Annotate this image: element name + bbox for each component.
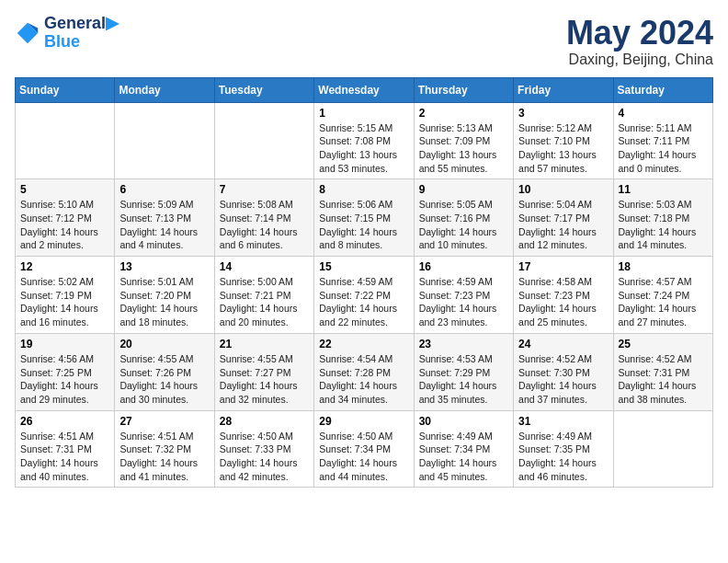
day-number: 9 (419, 183, 508, 196)
calendar-cell: 4Sunrise: 5:11 AM Sunset: 7:11 PM Daylig… (613, 102, 712, 179)
calendar-header: SundayMondayTuesdayWednesdayThursdayFrid… (16, 77, 713, 102)
calendar-week: 12Sunrise: 5:02 AM Sunset: 7:19 PM Dayli… (16, 257, 713, 334)
day-number: 23 (419, 338, 508, 350)
calendar-cell: 11Sunrise: 5:03 AM Sunset: 7:18 PM Dayli… (613, 179, 712, 257)
calendar-cell: 10Sunrise: 5:04 AM Sunset: 7:17 PM Dayli… (514, 179, 613, 257)
day-info: Sunrise: 4:59 AM Sunset: 7:23 PM Dayligh… (419, 275, 508, 329)
day-info: Sunrise: 4:52 AM Sunset: 7:30 PM Dayligh… (518, 352, 608, 407)
calendar-cell: 23Sunrise: 4:53 AM Sunset: 7:29 PM Dayli… (414, 333, 513, 410)
weekday-header: Monday (115, 77, 214, 102)
calendar-cell: 16Sunrise: 4:59 AM Sunset: 7:23 PM Dayli… (414, 257, 513, 334)
calendar-cell: 19Sunrise: 4:56 AM Sunset: 7:25 PM Dayli… (16, 333, 115, 410)
day-info: Sunrise: 5:03 AM Sunset: 7:18 PM Dayligh… (619, 198, 708, 252)
day-number: 1 (319, 107, 408, 120)
day-number: 21 (220, 338, 309, 350)
calendar-cell: 21Sunrise: 4:55 AM Sunset: 7:27 PM Dayli… (214, 333, 313, 410)
calendar-cell: 6Sunrise: 5:09 AM Sunset: 7:13 PM Daylig… (115, 179, 214, 257)
svg-marker-0 (17, 23, 38, 43)
weekday-header: Tuesday (214, 77, 313, 102)
day-info: Sunrise: 5:04 AM Sunset: 7:17 PM Dayligh… (518, 198, 608, 252)
day-number: 16 (419, 260, 508, 273)
day-number: 24 (518, 338, 608, 350)
logo-icon (15, 20, 40, 46)
day-number: 3 (518, 107, 608, 120)
day-info: Sunrise: 5:01 AM Sunset: 7:20 PM Dayligh… (119, 275, 209, 329)
calendar-cell: 20Sunrise: 4:55 AM Sunset: 7:26 PM Dayli… (115, 333, 214, 410)
day-info: Sunrise: 4:49 AM Sunset: 7:35 PM Dayligh… (518, 430, 608, 484)
day-info: Sunrise: 5:12 AM Sunset: 7:10 PM Dayligh… (518, 121, 608, 176)
logo-text: General▶ Blue (44, 15, 119, 52)
calendar-cell: 8Sunrise: 5:06 AM Sunset: 7:15 PM Daylig… (314, 179, 414, 257)
title-block: May 2024 Daxing, Beijing, China (566, 15, 713, 68)
day-info: Sunrise: 4:58 AM Sunset: 7:23 PM Dayligh… (518, 275, 608, 329)
day-number: 19 (20, 338, 109, 350)
day-number: 31 (518, 415, 608, 428)
weekday-header: Wednesday (314, 77, 414, 102)
calendar-cell (214, 102, 313, 179)
location: Daxing, Beijing, China (566, 52, 713, 68)
day-info: Sunrise: 4:51 AM Sunset: 7:31 PM Dayligh… (20, 430, 109, 484)
day-info: Sunrise: 5:05 AM Sunset: 7:16 PM Dayligh… (419, 198, 508, 252)
day-info: Sunrise: 5:08 AM Sunset: 7:14 PM Dayligh… (220, 198, 309, 252)
calendar-cell (115, 102, 214, 179)
day-info: Sunrise: 5:02 AM Sunset: 7:19 PM Dayligh… (20, 275, 109, 329)
weekday-header: Friday (514, 77, 613, 102)
day-number: 8 (319, 183, 408, 196)
day-info: Sunrise: 4:56 AM Sunset: 7:25 PM Dayligh… (20, 352, 109, 407)
calendar-cell: 7Sunrise: 5:08 AM Sunset: 7:14 PM Daylig… (214, 179, 313, 257)
day-info: Sunrise: 5:11 AM Sunset: 7:11 PM Dayligh… (619, 121, 708, 176)
day-number: 10 (518, 183, 608, 196)
month-title: May 2024 (566, 15, 713, 52)
day-number: 14 (220, 260, 309, 273)
calendar-week: 5Sunrise: 5:10 AM Sunset: 7:12 PM Daylig… (16, 179, 713, 257)
day-info: Sunrise: 5:09 AM Sunset: 7:13 PM Dayligh… (119, 198, 209, 252)
day-info: Sunrise: 4:51 AM Sunset: 7:32 PM Dayligh… (119, 430, 209, 484)
day-number: 2 (419, 107, 508, 120)
calendar-week: 1Sunrise: 5:15 AM Sunset: 7:08 PM Daylig… (16, 102, 713, 179)
day-info: Sunrise: 5:06 AM Sunset: 7:15 PM Dayligh… (319, 198, 408, 252)
day-number: 7 (220, 183, 309, 196)
day-number: 20 (119, 338, 209, 350)
calendar-cell: 24Sunrise: 4:52 AM Sunset: 7:30 PM Dayli… (514, 333, 613, 410)
calendar-cell: 17Sunrise: 4:58 AM Sunset: 7:23 PM Dayli… (514, 257, 613, 334)
day-number: 17 (518, 260, 608, 273)
calendar-cell: 29Sunrise: 4:50 AM Sunset: 7:34 PM Dayli… (314, 410, 414, 488)
weekday-header: Sunday (16, 77, 115, 102)
calendar-week: 19Sunrise: 4:56 AM Sunset: 7:25 PM Dayli… (16, 333, 713, 410)
day-number: 5 (20, 183, 109, 196)
day-info: Sunrise: 5:10 AM Sunset: 7:12 PM Dayligh… (20, 198, 109, 252)
day-number: 22 (319, 338, 408, 350)
day-number: 29 (319, 415, 408, 428)
day-number: 6 (119, 183, 209, 196)
calendar-cell: 13Sunrise: 5:01 AM Sunset: 7:20 PM Dayli… (115, 257, 214, 334)
calendar-body: 1Sunrise: 5:15 AM Sunset: 7:08 PM Daylig… (16, 102, 713, 488)
calendar-week: 26Sunrise: 4:51 AM Sunset: 7:31 PM Dayli… (16, 410, 713, 488)
day-info: Sunrise: 4:50 AM Sunset: 7:33 PM Dayligh… (220, 430, 309, 484)
weekday-header: Thursday (414, 77, 513, 102)
calendar-cell (16, 102, 115, 179)
calendar-cell: 2Sunrise: 5:13 AM Sunset: 7:09 PM Daylig… (414, 102, 513, 179)
calendar-cell: 15Sunrise: 4:59 AM Sunset: 7:22 PM Dayli… (314, 257, 414, 334)
calendar-cell: 9Sunrise: 5:05 AM Sunset: 7:16 PM Daylig… (414, 179, 513, 257)
day-info: Sunrise: 5:13 AM Sunset: 7:09 PM Dayligh… (419, 121, 508, 176)
calendar-cell: 27Sunrise: 4:51 AM Sunset: 7:32 PM Dayli… (115, 410, 214, 488)
day-number: 26 (20, 415, 109, 428)
calendar-table: SundayMondayTuesdayWednesdayThursdayFrid… (15, 77, 713, 488)
day-info: Sunrise: 4:55 AM Sunset: 7:27 PM Dayligh… (220, 352, 309, 407)
day-number: 13 (119, 260, 209, 273)
calendar-cell: 31Sunrise: 4:49 AM Sunset: 7:35 PM Dayli… (514, 410, 613, 488)
day-info: Sunrise: 5:00 AM Sunset: 7:21 PM Dayligh… (220, 275, 309, 329)
day-number: 30 (419, 415, 508, 428)
calendar-cell (613, 410, 712, 488)
calendar-cell: 5Sunrise: 5:10 AM Sunset: 7:12 PM Daylig… (16, 179, 115, 257)
calendar-cell: 30Sunrise: 4:49 AM Sunset: 7:34 PM Dayli… (414, 410, 513, 488)
calendar-cell: 26Sunrise: 4:51 AM Sunset: 7:31 PM Dayli… (16, 410, 115, 488)
day-info: Sunrise: 4:54 AM Sunset: 7:28 PM Dayligh… (319, 352, 408, 407)
calendar-cell: 28Sunrise: 4:50 AM Sunset: 7:33 PM Dayli… (214, 410, 313, 488)
logo: General▶ Blue (15, 15, 119, 52)
day-info: Sunrise: 4:59 AM Sunset: 7:22 PM Dayligh… (319, 275, 408, 329)
day-info: Sunrise: 4:53 AM Sunset: 7:29 PM Dayligh… (419, 352, 508, 407)
calendar-cell: 18Sunrise: 4:57 AM Sunset: 7:24 PM Dayli… (613, 257, 712, 334)
weekday-header: Saturday (613, 77, 712, 102)
calendar-cell: 12Sunrise: 5:02 AM Sunset: 7:19 PM Dayli… (16, 257, 115, 334)
